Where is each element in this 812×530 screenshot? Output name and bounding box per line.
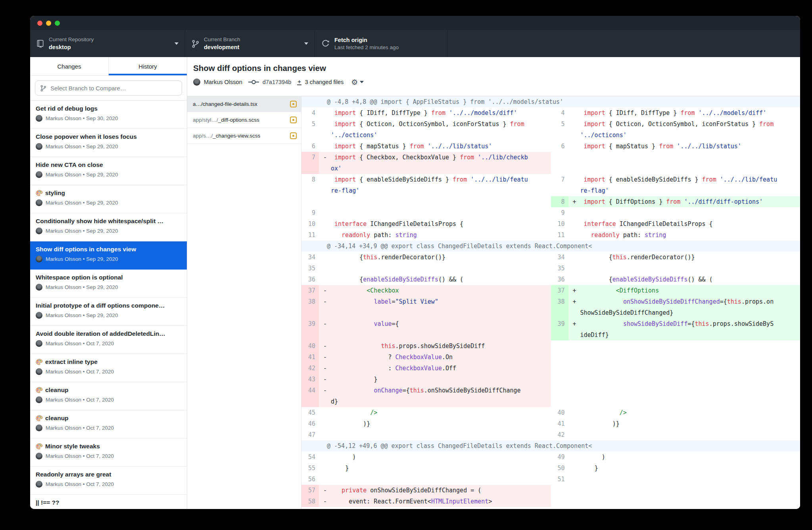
line-number: 50 xyxy=(551,463,568,474)
line-number: 36 xyxy=(551,274,568,285)
diff-line-context: 4 import { IDiff, DiffType } from '../..… xyxy=(551,107,800,119)
sidebar: Changes History Select Branch to Compare… xyxy=(30,57,187,509)
avatar xyxy=(36,425,42,431)
commit-list-item[interactable]: Initial prototype of a diff options comp… xyxy=(30,298,187,326)
commit-meta: Markus Olsson • Sep 30, 2020 xyxy=(36,115,181,122)
avatar xyxy=(36,115,42,122)
code-text: <DiffOptions xyxy=(580,285,800,296)
commit-meta: Markus Olsson • Oct 7, 2020 xyxy=(36,368,181,375)
line-number: 6 xyxy=(301,141,319,152)
commit-list-item[interactable]: Conditionally show hide whitespace/split… xyxy=(30,213,187,241)
changed-file-row[interactable]: app/s…/_changes-view.scss xyxy=(187,128,301,144)
diff-row: 54 )49 ) xyxy=(301,452,800,463)
commit-list-item[interactable]: Readonly arrays are greatMarkus Olsson •… xyxy=(30,467,187,495)
diff-line-context: 34 {this.renderDecorator()} xyxy=(551,252,800,263)
code-text: import { IDiff, DiffType } from '../../m… xyxy=(331,107,551,119)
diff-stat-icon: + xyxy=(297,79,301,85)
commit-meta: Markus Olsson • Oct 7, 2020 xyxy=(36,425,181,431)
diff-marker xyxy=(568,418,580,429)
diff-line-added: 37+ <DiffOptions xyxy=(551,285,800,296)
tab-history[interactable]: History xyxy=(109,57,187,75)
chevron-down-icon xyxy=(304,42,308,45)
diff-line-context: 11 readonly path: string xyxy=(301,230,551,241)
diff-line-context: 50 } xyxy=(551,463,800,474)
diff-marker xyxy=(568,141,580,152)
diff-marker xyxy=(319,207,331,218)
close-window-button[interactable] xyxy=(37,21,42,26)
commit-title: Readonly arrays are great xyxy=(36,471,181,478)
commit-list-item[interactable]: Hide new CTA on closeMarkus Olsson • Sep… xyxy=(30,157,187,185)
diff-line-added: 39+ showSideBySideDiff={this.props.showS… xyxy=(551,318,800,341)
diff-row: 44- onChange={this.onShowSideBySideDiffC… xyxy=(301,385,800,407)
diff-row: 99 xyxy=(301,207,800,218)
diff-marker: - xyxy=(319,285,331,296)
palette-emoji-icon xyxy=(36,359,43,365)
commit-meta: Markus Olsson • Oct 7, 2020 xyxy=(36,453,181,459)
commit-list-item[interactable]: Show diff options in changes viewMarkus … xyxy=(30,241,187,270)
diff-view[interactable]: @ -4,8 +4,8 @@ import { AppFileStatus } … xyxy=(301,96,800,509)
commit-list-item[interactable]: cleanupMarkus Olsson • Oct 7, 2020 xyxy=(30,410,187,438)
commit-list[interactable]: Get rid of debug logsMarkus Olsson • Sep… xyxy=(30,101,187,509)
branch-compare-input[interactable]: Select Branch to Compare… xyxy=(35,80,182,96)
line-number: 6 xyxy=(551,141,568,152)
code-text: event: React.FormEvent<HTMLInputElement> xyxy=(331,496,551,507)
diff-marker xyxy=(568,119,580,141)
diff-line-removed: 42- : CheckboxValue.Off xyxy=(301,363,551,374)
changed-file-row[interactable]: app/styl…/_diff-options.scss xyxy=(187,112,301,128)
diff-line-context: 36 {enableSideBySideDiffs() && ( xyxy=(301,274,551,285)
fetch-origin-button[interactable]: Fetch origin Last fetched 2 minutes ago xyxy=(315,30,447,57)
diff-marker xyxy=(319,218,331,230)
diff-line-context: 10 interface IChangedFileDetailsProps { xyxy=(551,218,800,230)
current-branch-button[interactable]: Current Branch development xyxy=(185,30,315,57)
diff-row: 8 import { enableSideBySideDiffs } from … xyxy=(301,174,800,196)
diff-line-context: 8 import { enableSideBySideDiffs } from … xyxy=(301,174,551,196)
diff-row: 55 }50 } xyxy=(301,463,800,474)
app-window: Current Repository desktop Current Branc… xyxy=(30,16,800,509)
commit-list-item[interactable]: extract inline typeMarkus Olsson • Oct 7… xyxy=(30,354,187,382)
line-number: 38 xyxy=(551,296,568,318)
changed-file-row[interactable]: a…/changed-file-details.tsx xyxy=(187,96,301,112)
commit-list-item[interactable]: Whitespace option is optionalMarkus Olss… xyxy=(30,270,187,298)
avatar xyxy=(36,199,42,206)
commit-list-item[interactable]: Close popover when it loses focusMarkus … xyxy=(30,129,187,157)
diff-line-removed: 37- <Checkbox xyxy=(301,285,551,296)
commit-list-item[interactable]: cleanupMarkus Olsson • Oct 7, 2020 xyxy=(30,382,187,410)
commit-list-item[interactable]: Minor style tweaksMarkus Olsson • Oct 7,… xyxy=(30,438,187,467)
minimize-window-button[interactable] xyxy=(46,21,51,26)
diff-marker: + xyxy=(568,196,580,207)
hunk-header: @ -34,14 +34,9 @@ export class ChangedFi… xyxy=(301,241,800,252)
diff-marker xyxy=(319,141,331,152)
code-text: )} xyxy=(331,418,551,429)
line-number: 37 xyxy=(301,285,319,296)
code-text: import { enableSideBySideDiffs } from '.… xyxy=(331,174,551,196)
line-number: 34 xyxy=(551,252,568,263)
commit-list-item[interactable]: Get rid of debug logsMarkus Olsson • Sep… xyxy=(30,101,187,129)
diff-line-context: 41 )} xyxy=(551,418,800,429)
commit-title: || !== ?? xyxy=(36,499,181,506)
commit-list-item[interactable]: || !== ??Markus Olsson • Oct 7, 2020 xyxy=(30,495,187,509)
line-number: 8 xyxy=(301,174,319,196)
line-number: 7 xyxy=(551,174,568,196)
tab-changes[interactable]: Changes xyxy=(30,57,109,75)
commit-list-item[interactable]: stylingMarkus Olsson • Sep 29, 2020 xyxy=(30,185,187,213)
branch-compare-placeholder: Select Branch to Compare… xyxy=(50,85,126,92)
zoom-window-button[interactable] xyxy=(55,21,60,26)
commit-title: extract inline type xyxy=(36,358,181,365)
line-number: 40 xyxy=(551,407,568,418)
diff-line-context: 5 import { Octicon, OcticonSymbol, iconF… xyxy=(301,119,551,141)
diff-row: 4 import { IDiff, DiffType } from '../..… xyxy=(301,107,800,119)
line-number: 11 xyxy=(551,230,568,241)
line-number: 9 xyxy=(551,207,568,218)
diff-row: 7- import { Checkbox, CheckboxValue } fr… xyxy=(301,152,800,174)
diff-marker xyxy=(568,274,580,285)
palette-emoji-icon xyxy=(36,190,43,196)
code-text: onChange={this.onShowSideBySideDiffChang… xyxy=(331,385,551,407)
diff-settings-button[interactable]: ⚙ xyxy=(351,78,364,86)
diff-marker xyxy=(568,218,580,230)
commit-title: Show diff options in changes view xyxy=(36,246,181,253)
diff-line-context: 51 xyxy=(551,474,800,485)
commit-list-item[interactable]: Avoid double iteration of addedDeletedLi… xyxy=(30,326,187,354)
diff-line-removed: 7- import { Checkbox, CheckboxValue } fr… xyxy=(301,152,551,174)
current-repository-button[interactable]: Current Repository desktop xyxy=(30,30,185,57)
changed-files-count: 3 changed files xyxy=(305,79,344,85)
